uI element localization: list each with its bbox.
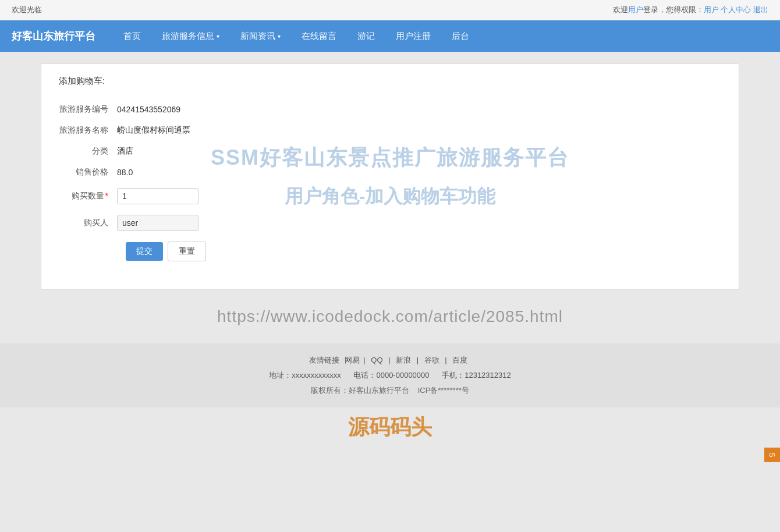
service-name-label: 旅游服务名称	[59, 125, 117, 136]
navbar: 好客山东旅行平台 首页 旅游服务信息 ▾ 新闻资讯 ▾ 在线留言 游记 用户注册…	[0, 20, 780, 52]
personal-center-link[interactable]: 用户	[704, 5, 719, 14]
footer-link-sina[interactable]: 新浪	[396, 356, 411, 364]
nav-admin-label: 后台	[452, 31, 469, 42]
dropdown-arrow-travel: ▾	[217, 33, 219, 40]
url-watermark: https://www.icodedock.com/article/2085.h…	[41, 290, 739, 332]
copyright-text: 版权所有：好客山东旅行平台	[311, 386, 409, 395]
price-label: 销售价格	[59, 167, 117, 178]
quantity-input[interactable]	[117, 188, 198, 204]
footer-links: 友情链接 网易| QQ | 新浪 | 谷歌 | 百度	[12, 355, 768, 366]
form-row-price: 销售价格 88.0	[59, 167, 721, 178]
form-row-category: 分类 酒店	[59, 146, 721, 157]
service-no-label: 旅游服务编号	[59, 104, 117, 115]
submit-button[interactable]: 提交	[126, 242, 163, 261]
footer-contact: 地址：xxxxxxxxxxxxx 电话：0000-00000000 手机：123…	[12, 370, 768, 381]
footer-link-wangyi[interactable]: 网易	[345, 356, 360, 364]
logout-link[interactable]: 退出	[753, 5, 768, 14]
form-row-quantity: 购买数量	[59, 188, 721, 204]
personal-link[interactable]: 个人中心	[721, 5, 751, 14]
card-title: 添加购物车:	[59, 76, 721, 93]
nav-item-home[interactable]: 首页	[113, 22, 151, 51]
form-row-service-no: 旅游服务编号 04241543552069	[59, 104, 721, 115]
dropdown-arrow-news: ▾	[278, 33, 281, 40]
footer-mobile: 手机：12312312312	[442, 371, 511, 380]
nav-travel-notes-label: 游记	[357, 31, 375, 42]
category-label: 分类	[59, 146, 117, 157]
service-name-value: 崂山度假村标间通票	[117, 125, 190, 136]
nav-item-admin[interactable]: 后台	[441, 22, 480, 51]
nav-home-label: 首页	[123, 31, 141, 42]
top-right-nav: 欢迎用户登录，您得权限：用户 个人中心 退出	[613, 5, 768, 15]
source-watermark-text: 源码码头	[348, 415, 432, 439]
footer-copyright: 版权所有：好客山东旅行平台 ICP备********号	[12, 385, 768, 396]
nav-item-message[interactable]: 在线留言	[291, 22, 347, 51]
form-row-buyer: 购买人	[59, 215, 721, 231]
quantity-label: 购买数量	[59, 191, 117, 201]
price-value: 88.0	[117, 168, 133, 177]
nav-brand: 好客山东旅行平台	[12, 20, 107, 52]
nav-item-travel-notes[interactable]: 游记	[347, 22, 385, 51]
reset-button[interactable]: 重置	[168, 242, 206, 261]
user-link[interactable]: 用户	[628, 5, 643, 14]
footer-address: 地址：xxxxxxxxxxxxx	[269, 371, 341, 380]
source-watermark-container: 源码码头	[0, 407, 780, 448]
main-container: SSM好客山东景点推广旅游服务平台 用户角色-加入购物车功能 添加购物车: 旅游…	[29, 63, 751, 332]
buyer-input[interactable]	[117, 215, 198, 231]
top-bar: 欢迎光临 欢迎用户登录，您得权限：用户 个人中心 退出	[0, 0, 780, 20]
footer-links-label: 友情链接	[309, 356, 339, 364]
nav-message-label: 在线留言	[302, 31, 336, 42]
form-row-buttons: 提交 重置	[117, 242, 721, 261]
nav-register-label: 用户注册	[396, 31, 431, 42]
nav-item-travel-services[interactable]: 旅游服务信息 ▾	[151, 22, 230, 51]
footer-link-google[interactable]: 谷歌	[424, 356, 439, 364]
nav-news-label: 新闻资讯	[240, 31, 275, 42]
footer-link-qq[interactable]: QQ	[371, 356, 382, 364]
category-value: 酒店	[117, 146, 133, 157]
footer: 友情链接 网易| QQ | 新浪 | 谷歌 | 百度 地址：xxxxxxxxxx…	[0, 343, 780, 407]
footer-phone: 电话：0000-00000000	[353, 371, 429, 380]
content-section: SSM好客山东景点推广旅游服务平台 用户角色-加入购物车功能 添加购物车: 旅游…	[0, 63, 780, 332]
add-cart-card: SSM好客山东景点推广旅游服务平台 用户角色-加入购物车功能 添加购物车: 旅游…	[41, 63, 739, 290]
footer-link-baidu[interactable]: 百度	[452, 356, 467, 364]
welcome-left: 欢迎光临	[12, 5, 42, 15]
form-row-service-name: 旅游服务名称 崂山度假村标间通票	[59, 125, 721, 136]
service-no-value: 04241543552069	[117, 105, 180, 114]
nav-item-register[interactable]: 用户注册	[385, 22, 441, 51]
nav-travel-label: 旅游服务信息	[162, 31, 214, 42]
icp-text: ICP备********号	[418, 386, 469, 395]
welcome-right-text: 欢迎用户登录，您得权限：用户 个人中心 退出	[613, 5, 768, 14]
nav-item-news[interactable]: 新闻资讯 ▾	[230, 22, 291, 51]
buyer-label: 购买人	[59, 218, 117, 228]
